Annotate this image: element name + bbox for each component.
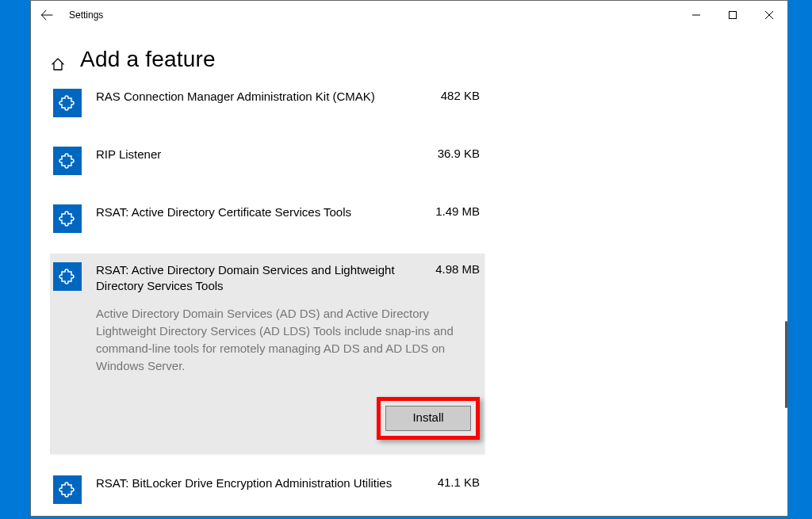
install-button[interactable]: Install: [385, 406, 471, 431]
puzzle-icon: [53, 475, 82, 504]
feature-list: RAS Connection Manager Administration Ki…: [31, 80, 768, 512]
puzzle-icon: [53, 262, 82, 291]
window-title: Settings: [63, 10, 103, 21]
minimize-button[interactable]: [678, 1, 714, 29]
close-icon: [765, 11, 773, 19]
puzzle-icon: [53, 147, 82, 175]
scrollbar-thumb[interactable]: [785, 321, 787, 408]
feature-item-selected[interactable]: RSAT: Active Directory Domain Services a…: [50, 254, 485, 454]
feature-item[interactable]: RSAT: BitLocker Drive Encryption Adminis…: [50, 467, 485, 512]
feature-item[interactable]: RAS Connection Manager Administration Ki…: [50, 80, 485, 125]
maximize-icon: [729, 11, 737, 19]
puzzle-icon: [53, 204, 82, 233]
home-icon: [51, 57, 65, 71]
feature-size: 482 KB: [441, 88, 480, 117]
feature-item[interactable]: RSAT: Active Directory Certificate Servi…: [50, 196, 485, 241]
home-button[interactable]: [50, 56, 66, 72]
content-area: Add a feature RAS Connection Manager Adm…: [31, 29, 787, 516]
feature-item[interactable]: RIP Listener 36.9 KB: [50, 138, 485, 183]
install-highlight-box: Install: [377, 397, 480, 440]
feature-name: RSAT: Active Directory Domain Services a…: [96, 261, 424, 294]
maximize-button[interactable]: [714, 1, 751, 29]
back-arrow-icon: [40, 9, 53, 21]
page-header: Add a feature: [31, 29, 787, 80]
feature-description: Active Directory Domain Services (AD DS)…: [96, 305, 480, 375]
feature-name: RAS Connection Manager Administration Ki…: [96, 88, 430, 117]
puzzle-icon: [53, 89, 82, 117]
titlebar: Settings: [31, 1, 787, 29]
feature-name: RSAT: Active Directory Certificate Servi…: [96, 204, 424, 233]
feature-name: RIP Listener: [96, 146, 427, 175]
feature-size: 4.98 MB: [435, 261, 480, 294]
feature-size: 1.49 MB: [435, 204, 480, 233]
scrollbar-track[interactable]: [783, 29, 787, 516]
feature-size: 41.1 KB: [438, 475, 480, 504]
settings-window: Settings Add a feature: [30, 0, 788, 517]
minimize-icon: [692, 11, 700, 19]
svg-rect-0: [730, 12, 737, 19]
page-title: Add a feature: [80, 47, 216, 72]
feature-size: 36.9 KB: [438, 146, 480, 175]
close-button[interactable]: [751, 1, 787, 29]
back-button[interactable]: [31, 1, 63, 29]
feature-name: RSAT: BitLocker Drive Encryption Adminis…: [96, 475, 427, 504]
